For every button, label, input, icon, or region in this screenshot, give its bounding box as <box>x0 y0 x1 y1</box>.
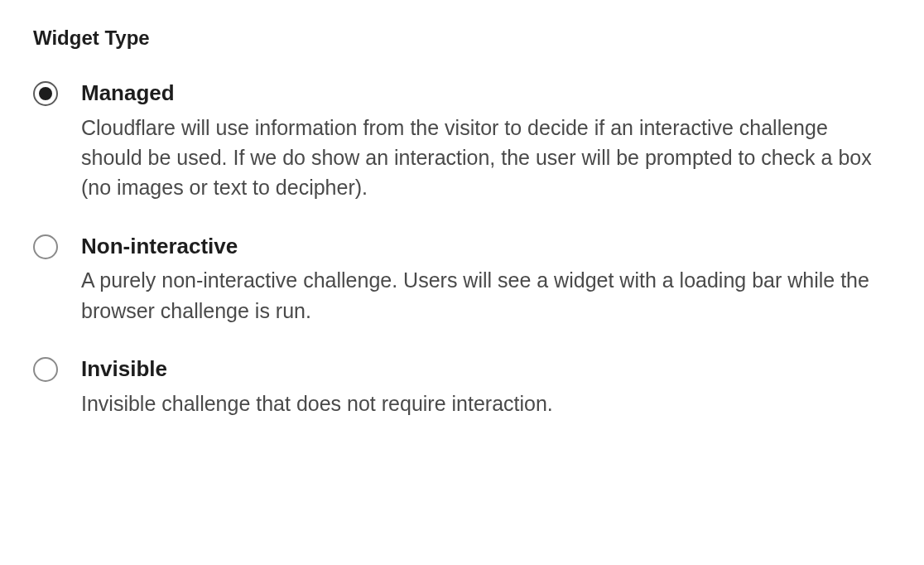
radio-button-managed[interactable] <box>33 81 58 106</box>
radio-option-invisible[interactable]: Invisible Invisible challenge that does … <box>33 355 891 418</box>
radio-label-non-interactive: Non-interactive <box>81 233 884 261</box>
radio-description-invisible: Invisible challenge that does not requir… <box>81 389 884 418</box>
radio-description-non-interactive: A purely non-interactive challenge. User… <box>81 265 884 326</box>
radio-content: Invisible Invisible challenge that does … <box>81 355 884 418</box>
radio-content: Non-interactive A purely non-interactive… <box>81 233 884 326</box>
radio-option-non-interactive[interactable]: Non-interactive A purely non-interactive… <box>33 233 891 326</box>
radio-description-managed: Cloudflare will use information from the… <box>81 113 884 203</box>
radio-label-managed: Managed <box>81 80 884 108</box>
radio-label-invisible: Invisible <box>81 355 884 384</box>
radio-button-non-interactive[interactable] <box>33 234 58 259</box>
radio-content: Managed Cloudflare will use information … <box>81 80 884 203</box>
radio-button-invisible[interactable] <box>33 357 58 382</box>
section-title: Widget Type <box>33 27 891 50</box>
radio-option-managed[interactable]: Managed Cloudflare will use information … <box>33 80 891 203</box>
widget-type-radio-group: Managed Cloudflare will use information … <box>33 80 891 418</box>
radio-dot-icon <box>39 87 52 100</box>
